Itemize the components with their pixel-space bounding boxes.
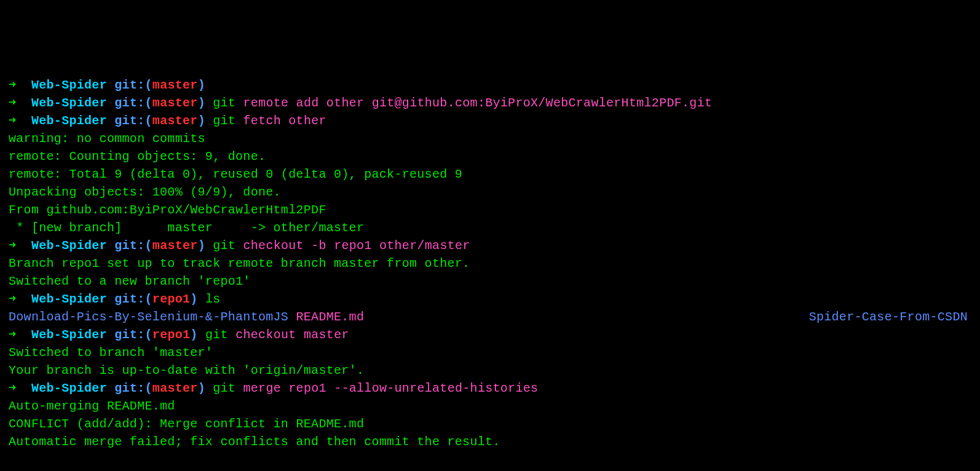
command-token: git bbox=[205, 328, 228, 342]
command-token: other bbox=[326, 96, 365, 110]
prompt-arrow-icon: ➜ bbox=[9, 328, 16, 342]
prompt-paren-close: ) bbox=[198, 78, 205, 92]
output-text: Unpacking objects: 100% (9/9), done. bbox=[9, 185, 281, 199]
command-token: other bbox=[288, 114, 326, 128]
prompt-git-label: git: bbox=[114, 96, 144, 110]
terminal-line: ➜ Web-Spider git:(repo1) git checkout ma… bbox=[9, 326, 971, 344]
prompt-git-label: git: bbox=[114, 78, 144, 92]
ls-entry: Spider-Case-From-CSDN bbox=[809, 308, 971, 326]
prompt-dirname: Web-Spider bbox=[31, 96, 107, 110]
command-token bbox=[235, 381, 243, 395]
command-token: git bbox=[213, 114, 235, 128]
command-token bbox=[326, 239, 334, 253]
prompt-paren-close: ) bbox=[198, 381, 205, 395]
prompt-paren-close: ) bbox=[190, 328, 197, 342]
command-token bbox=[228, 328, 235, 342]
prompt-dirname: Web-Spider bbox=[31, 292, 107, 306]
prompt-git-label: git: bbox=[114, 292, 144, 306]
ls-entry: Download-Pics-By-Selenium-&-PhantomJS bbox=[9, 308, 288, 326]
prompt-branch: master bbox=[152, 381, 198, 395]
command-token bbox=[281, 114, 288, 128]
prompt-branch: repo1 bbox=[152, 292, 191, 306]
prompt-branch: master bbox=[152, 96, 198, 110]
command-token bbox=[235, 239, 243, 253]
command-token: git bbox=[213, 381, 235, 395]
command-token: repo1 bbox=[334, 239, 372, 253]
terminal-line: ➜ Web-Spider git:(master) git fetch othe… bbox=[9, 112, 971, 130]
prompt-paren-open: ( bbox=[145, 292, 152, 306]
prompt-git-label: git: bbox=[114, 328, 144, 342]
terminal-line: From github.com:ByiProX/WebCrawlerHtml2P… bbox=[9, 201, 971, 219]
terminal-screen[interactable]: { "prompt": { "arrow": "➜", "dir": "Web-… bbox=[0, 0, 980, 471]
command-token bbox=[364, 96, 371, 110]
prompt-arrow-icon: ➜ bbox=[9, 239, 16, 253]
command-token bbox=[288, 96, 296, 110]
terminal-line: Your branch is up-to-date with 'origin/m… bbox=[9, 362, 971, 379]
terminal-line: warning: no common commits bbox=[9, 130, 971, 148]
command-input[interactable]: git checkout master bbox=[205, 328, 349, 342]
prompt-paren-close: ) bbox=[190, 292, 197, 306]
prompt-dirname: Web-Spider bbox=[31, 381, 107, 395]
command-token: checkout bbox=[235, 328, 296, 342]
command-input[interactable]: git remote add other git@github.com:ByiP… bbox=[213, 96, 712, 110]
prompt-branch: repo1 bbox=[152, 328, 191, 342]
command-input[interactable]: git fetch other bbox=[213, 114, 326, 128]
prompt-git-label: git: bbox=[114, 239, 144, 253]
command-token: checkout bbox=[243, 239, 303, 253]
prompt-paren-open: ( bbox=[145, 114, 152, 128]
prompt-arrow-icon: ➜ bbox=[9, 292, 16, 306]
prompt-paren-open: ( bbox=[145, 78, 152, 92]
terminal-line: Auto-merging README.md bbox=[9, 397, 971, 415]
command-token bbox=[281, 381, 288, 395]
output-text: remote: Counting objects: 9, done. bbox=[9, 149, 266, 164]
terminal-line: ➜ Web-Spider git:(master) git merge repo… bbox=[9, 379, 971, 397]
prompt-paren-close: ) bbox=[198, 96, 205, 110]
command-token: other/master bbox=[379, 239, 470, 253]
terminal-line: Automatic merge failed; fix conflicts an… bbox=[9, 433, 971, 451]
prompt-dirname: Web-Spider bbox=[31, 328, 107, 342]
prompt-paren-close: ) bbox=[198, 239, 205, 253]
terminal-line: remote: Counting objects: 9, done. bbox=[9, 148, 971, 165]
command-token bbox=[319, 96, 326, 110]
prompt-git-label: git: bbox=[114, 381, 144, 395]
command-token bbox=[372, 239, 379, 253]
terminal-line: ➜ Web-Spider git:(master) git checkout -… bbox=[9, 237, 971, 255]
output-text: * [new branch] master -> other/master bbox=[9, 221, 364, 235]
command-token: merge bbox=[243, 381, 281, 395]
terminal-line: remote: Total 9 (delta 0), reused 0 (del… bbox=[9, 165, 971, 183]
command-token: add bbox=[296, 96, 319, 110]
ls-entry: README.md bbox=[296, 308, 364, 326]
output-text: CONFLICT (add/add): Merge conflict in RE… bbox=[9, 417, 364, 431]
command-token: ls bbox=[205, 292, 221, 306]
prompt-git-label: git: bbox=[114, 114, 144, 128]
prompt-paren-close: ) bbox=[198, 114, 205, 128]
prompt-dirname: Web-Spider bbox=[31, 239, 107, 253]
terminal-output[interactable]: ➜ Web-Spider git:(master) ➜ Web-Spider g… bbox=[9, 76, 971, 451]
command-input[interactable]: git checkout -b repo1 other/master bbox=[213, 239, 470, 253]
command-token bbox=[296, 328, 304, 342]
output-text: warning: no common commits bbox=[9, 132, 205, 146]
command-token: git bbox=[213, 239, 235, 253]
terminal-line: * [new branch] master -> other/master bbox=[9, 219, 971, 237]
prompt-arrow-icon: ➜ bbox=[9, 381, 16, 395]
command-token: git bbox=[213, 96, 235, 110]
prompt-dirname: Web-Spider bbox=[31, 114, 107, 128]
command-token bbox=[326, 381, 334, 395]
command-token: -b bbox=[311, 239, 326, 253]
command-input[interactable]: ls bbox=[205, 292, 221, 306]
prompt-dirname: Web-Spider bbox=[31, 78, 107, 92]
command-token bbox=[304, 239, 311, 253]
command-token: repo1 bbox=[288, 381, 326, 395]
terminal-line: Switched to branch 'master' bbox=[9, 344, 971, 362]
prompt-paren-open: ( bbox=[145, 381, 152, 395]
terminal-line: ➜ Web-Spider git:(master) git remote add… bbox=[9, 94, 971, 112]
prompt-branch: master bbox=[152, 239, 198, 253]
output-text: Your branch is up-to-date with 'origin/m… bbox=[9, 363, 364, 378]
output-text: remote: Total 9 (delta 0), reused 0 (del… bbox=[9, 167, 462, 181]
prompt-branch: master bbox=[152, 78, 198, 92]
command-token: --allow-unrelated-histories bbox=[334, 381, 538, 395]
prompt-paren-open: ( bbox=[145, 239, 152, 253]
command-token: fetch bbox=[243, 114, 281, 128]
command-input[interactable]: git merge repo1 --allow-unrelated-histor… bbox=[213, 381, 538, 395]
prompt-paren-open: ( bbox=[145, 328, 152, 342]
